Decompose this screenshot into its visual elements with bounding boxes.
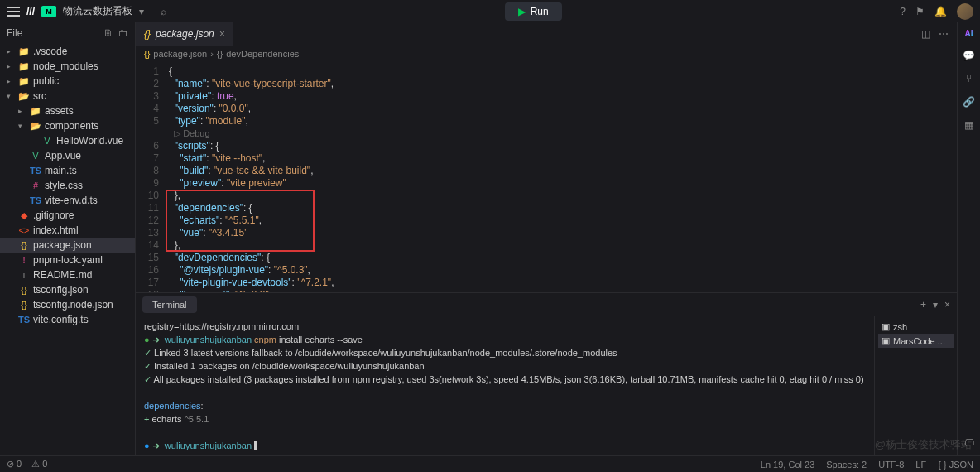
project-title[interactable]: 物流云数据看板 — [63, 4, 132, 18]
add-terminal-icon[interactable]: + — [920, 299, 926, 311]
project-icon: M — [41, 6, 56, 17]
feedback-icon[interactable]: ⚑ — [915, 6, 925, 17]
avatar[interactable] — [957, 3, 973, 20]
tree-item[interactable]: VApp.vue — [0, 148, 135, 163]
errors-count[interactable]: ⊘ 0 — [7, 459, 22, 470]
shell-marscode[interactable]: ▣ MarsCode ... — [878, 334, 954, 348]
tab-label: package.json — [156, 28, 214, 40]
right-sidebar: AI 💬 ⑂ 🔗 ▦ 🖵 — [957, 22, 980, 455]
terminal-dropdown-icon[interactable]: ▾ — [933, 299, 938, 311]
shell-label: MarsCode ... — [893, 336, 945, 346]
tree-item[interactable]: #style.css — [0, 178, 135, 193]
tree-item[interactable]: ▸📁assets — [0, 104, 135, 118]
terminal-output[interactable]: registry=https://registry.npmmirror.com●… — [136, 316, 874, 455]
terminal-shell-list: ▣ zsh ▣ MarsCode ... — [874, 316, 957, 455]
play-icon: ▶ — [518, 6, 526, 17]
link-icon[interactable]: 🔗 — [963, 96, 975, 108]
marscode-logo-icon: /// — [26, 6, 35, 17]
crumb-file[interactable]: package.json — [153, 49, 207, 59]
close-terminal-icon[interactable]: × — [944, 299, 950, 311]
shell-icon: ▣ — [882, 335, 890, 346]
tree-item[interactable]: ▾📂src — [0, 89, 135, 104]
tree-item[interactable]: ▸📁.vscode — [0, 44, 135, 59]
json-icon: {} — [144, 49, 150, 59]
search-icon[interactable]: ⌕ — [161, 6, 166, 17]
tab-package-json[interactable]: {} package.json × — [136, 22, 233, 46]
code-editor[interactable]: 12345 67891011121314151617181920212223 {… — [136, 62, 957, 292]
ai-icon[interactable]: AI — [965, 29, 973, 38]
chat-icon[interactable]: 💬 — [963, 50, 975, 61]
split-editor-icon[interactable]: ◫ — [921, 28, 930, 40]
apps-icon[interactable]: ▦ — [964, 119, 973, 131]
tree-item[interactable]: <>index.html — [0, 223, 135, 238]
shell-label: zsh — [893, 322, 907, 332]
tree-item[interactable]: TSvite-env.d.ts — [0, 193, 135, 208]
tree-item[interactable]: ▸📁public — [0, 74, 135, 89]
status-bar: ⊘ 0 ⚠ 0 Ln 19, Col 23 Spaces: 2 UTF-8 LF… — [0, 455, 980, 472]
new-folder-icon[interactable]: 🗀 — [118, 27, 128, 39]
brackets-icon: {} — [217, 49, 223, 59]
tree-item[interactable]: {}package.json — [0, 238, 135, 253]
run-label: Run — [531, 6, 549, 17]
file-tree: ▸📁.vscode▸📁node_modules▸📁public▾📂src▸📁as… — [0, 44, 135, 455]
top-bar: /// M 物流云数据看板 ▾ ⌕ ▶ Run ? ⚑ 🔔 — [0, 0, 980, 22]
tree-item[interactable]: {}tsconfig.json — [0, 282, 135, 297]
tree-item[interactable]: ▸📁node_modules — [0, 59, 135, 74]
language-mode[interactable]: { } JSON — [938, 460, 973, 470]
breadcrumb[interactable]: {} package.json › {} devDependencies — [136, 46, 957, 62]
indentation[interactable]: Spaces: 2 — [826, 460, 867, 470]
tree-item[interactable]: TSvite.config.ts — [0, 312, 135, 327]
eol[interactable]: LF — [915, 460, 926, 470]
crumb-key[interactable]: devDependencies — [226, 49, 299, 59]
more-icon[interactable]: ⋯ — [939, 28, 949, 40]
new-file-icon[interactable]: 🗎 — [103, 27, 113, 39]
file-explorer: File 🗎 🗀 ▸📁.vscode▸📁node_modules▸📁public… — [0, 22, 136, 455]
help-icon[interactable]: ? — [900, 6, 906, 17]
encoding[interactable]: UTF-8 — [878, 460, 904, 470]
close-icon[interactable]: × — [219, 28, 225, 40]
menu-icon[interactable] — [7, 7, 20, 17]
tree-item[interactable]: VHelloWorld.vue — [0, 133, 135, 148]
explorer-title: File — [7, 27, 22, 39]
watermark: @杨士俊俊技术驿站 — [875, 437, 972, 452]
cursor-position[interactable]: Ln 19, Col 23 — [761, 460, 814, 470]
json-icon: {} — [144, 28, 151, 40]
tree-item[interactable]: !pnpm-lock.yaml — [0, 253, 135, 267]
tree-item[interactable]: TSmain.ts — [0, 163, 135, 178]
terminal-tab[interactable]: Terminal — [142, 296, 197, 313]
tree-item[interactable]: ◆.gitignore — [0, 208, 135, 223]
tree-item[interactable]: ▾📂components — [0, 118, 135, 133]
shell-zsh[interactable]: ▣ zsh — [878, 320, 954, 334]
shell-icon: ▣ — [882, 321, 890, 332]
terminal-panel: Terminal + ▾ × registry=https://registry… — [136, 292, 957, 455]
dropdown-icon[interactable]: ▾ — [139, 6, 144, 17]
branch-icon[interactable]: ⑂ — [966, 73, 972, 84]
bell-icon[interactable]: 🔔 — [934, 6, 947, 17]
warnings-count[interactable]: ⚠ 0 — [31, 459, 47, 470]
tree-item[interactable]: iREADME.md — [0, 267, 135, 282]
run-button[interactable]: ▶ Run — [505, 2, 562, 21]
editor-tabs: {} package.json × ◫ ⋯ — [136, 22, 957, 46]
tree-item[interactable]: {}tsconfig.node.json — [0, 297, 135, 312]
